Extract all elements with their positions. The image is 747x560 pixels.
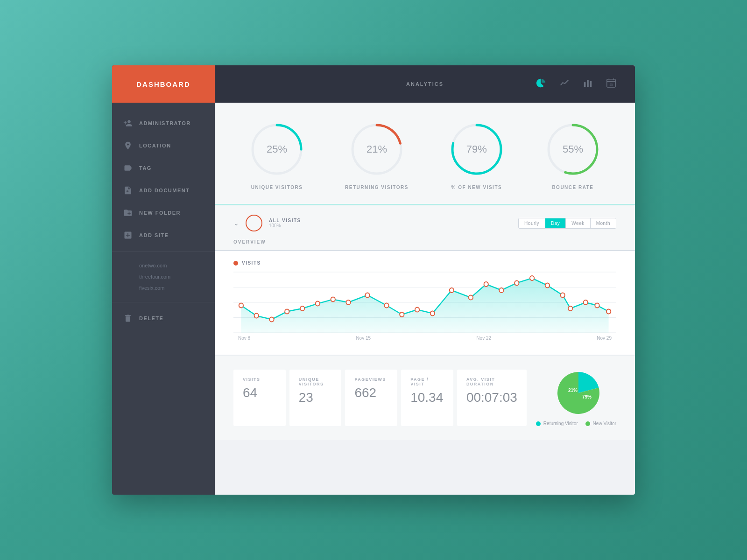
delete-icon xyxy=(123,314,133,323)
time-filter-month[interactable]: Month xyxy=(591,218,616,228)
svg-point-27 xyxy=(331,297,335,302)
svg-rect-1 xyxy=(587,80,589,87)
svg-point-39 xyxy=(530,276,534,280)
metric-card-unique-visitors: 25% UNIQUE VISITORS xyxy=(249,121,305,190)
time-filter-hourly[interactable]: Hourly xyxy=(519,218,545,228)
overview-left: ⌄ ALL VISITS 100% xyxy=(233,215,301,231)
svg-point-36 xyxy=(484,282,488,287)
sidebar-title: DASHBOARD xyxy=(136,80,190,88)
axis-label: Nov 15 xyxy=(356,336,371,341)
metric-title: RETURNING VISITORS xyxy=(345,185,409,190)
overview-header: ⌄ ALL VISITS 100% HourlyDayWeekMonth xyxy=(233,215,616,231)
chart-visits-label: VISITS xyxy=(242,260,261,266)
metric-card-bounce-rate: 55% BOUNCE RATE xyxy=(545,121,601,190)
all-visits-label: ALL VISITS xyxy=(269,218,301,223)
svg-point-30 xyxy=(384,303,388,308)
svg-point-33 xyxy=(430,311,435,315)
svg-point-37 xyxy=(499,288,503,293)
all-visits-circle xyxy=(246,215,262,231)
add-document-icon xyxy=(123,186,133,195)
pie-labels-row: Returning Visitor New Visitor xyxy=(536,421,616,426)
svg-point-43 xyxy=(584,300,588,305)
metric-card-returning-visitors: 21% RETURNING VISITORS xyxy=(345,121,409,190)
pie-chart-icon[interactable] xyxy=(536,78,546,91)
axis-label: Nov 8 xyxy=(238,336,250,341)
stat-label: PAGE / VISIT xyxy=(410,377,444,386)
sidebar-item-tag[interactable]: TAG xyxy=(112,157,215,179)
site-item-fivesix[interactable]: fivesix.com xyxy=(139,282,204,294)
svg-text:79%: 79% xyxy=(582,394,592,399)
sidebar-item-new-folder[interactable]: NEW FOLDER xyxy=(112,202,215,224)
sidebar-item-administrator[interactable]: ADMINISTRATOR xyxy=(112,112,215,134)
svg-point-42 xyxy=(568,306,572,311)
svg-point-35 xyxy=(469,295,473,300)
site-item-threefour[interactable]: threefour.com xyxy=(139,271,204,282)
sidebar-label-tag: TAG xyxy=(139,165,152,171)
stat-card-pageviews: PAGEVIEWS 662 xyxy=(345,370,397,426)
donut-container: 21% xyxy=(349,121,405,177)
all-visits-pct: 100% xyxy=(269,223,301,228)
sidebar-item-add-document[interactable]: ADD DOCUMENT xyxy=(112,179,215,202)
topbar-title: ANALYTICS xyxy=(329,81,521,87)
overview-title: OVERVIEW xyxy=(233,239,266,245)
sidebar: DASHBOARD ADMINISTRATOR LOCATION TAG ADD… xyxy=(112,65,215,495)
overview-info: ALL VISITS 100% xyxy=(269,218,301,228)
pie-chart-container: 21% 79% xyxy=(553,370,599,416)
stat-card-visits: VISITS 64 xyxy=(233,370,286,426)
location-icon xyxy=(123,141,133,150)
svg-point-38 xyxy=(514,280,519,285)
svg-point-45 xyxy=(606,309,611,314)
pie-legend-new: New Visitor xyxy=(585,421,616,426)
pie-legend-area: 21% 79% Returning Visitor New Visitor xyxy=(527,370,616,426)
chart-area xyxy=(233,272,616,333)
content-area: 25% UNIQUE VISITORS 21% RETURNING VISITO… xyxy=(215,103,635,495)
calendar-icon[interactable]: 25 xyxy=(606,78,616,91)
stat-value: 64 xyxy=(243,385,276,400)
sidebar-item-delete[interactable]: DELETE xyxy=(112,307,215,329)
stat-label: AVG. VISIT DURATION xyxy=(466,377,517,386)
donut-container: 25% xyxy=(249,121,305,177)
svg-point-23 xyxy=(269,317,274,322)
time-filter-day[interactable]: Day xyxy=(545,218,566,228)
metrics-section: 25% UNIQUE VISITORS 21% RETURNING VISITO… xyxy=(215,103,635,205)
metric-title: UNIQUE VISITORS xyxy=(251,185,303,190)
stat-value: 662 xyxy=(354,385,388,400)
tag-icon xyxy=(123,163,133,173)
stat-label: PAGEVIEWS xyxy=(354,377,388,382)
sidebar-item-location[interactable]: LOCATION xyxy=(112,134,215,157)
stat-value: 23 xyxy=(299,390,332,405)
time-filters: HourlyDayWeekMonth xyxy=(518,218,616,229)
sidebar-item-add-site[interactable]: ADD SITE xyxy=(112,224,215,246)
sidebar-sites: onetwo.com threefour.com fivesix.com xyxy=(112,256,215,297)
svg-rect-2 xyxy=(590,81,592,87)
main-content: ANALYTICS 25 xyxy=(215,65,635,495)
sidebar-header: DASHBOARD xyxy=(112,65,215,103)
topbar-icons: 25 xyxy=(521,78,616,91)
donut-container: 55% xyxy=(545,121,601,177)
site-item-onetwo[interactable]: onetwo.com xyxy=(139,260,204,271)
svg-point-32 xyxy=(415,308,419,312)
stat-value: 00:07:03 xyxy=(466,390,517,405)
stat-value: 10.34 xyxy=(410,390,444,405)
donut-label: 25% xyxy=(267,143,287,155)
svg-point-40 xyxy=(545,283,550,288)
sidebar-nav: ADMINISTRATOR LOCATION TAG ADD DOCUMENT … xyxy=(112,103,215,495)
svg-point-22 xyxy=(254,314,259,318)
time-filter-week[interactable]: Week xyxy=(566,218,590,228)
returning-dot xyxy=(536,421,541,426)
stat-card-unique-visitors: UNIQUE VISITORS 23 xyxy=(289,370,342,426)
overview-chevron[interactable]: ⌄ xyxy=(233,219,239,227)
stats-section: VISITS 64 UNIQUE VISITORS 23 PAGEVIEWS 6… xyxy=(215,356,635,440)
metric-title: % OF NEW VISITS xyxy=(451,185,502,190)
stat-card-avg.-visit-duration: AVG. VISIT DURATION 00:07:03 xyxy=(457,370,527,426)
svg-point-44 xyxy=(595,303,599,308)
svg-point-31 xyxy=(400,312,404,317)
donut-label: 21% xyxy=(366,143,387,155)
line-chart-icon[interactable] xyxy=(559,78,570,91)
returning-label: Returning Visitor xyxy=(543,421,578,426)
stat-cards-row: VISITS 64 UNIQUE VISITORS 23 PAGEVIEWS 6… xyxy=(233,370,527,426)
new-dot xyxy=(585,421,590,426)
bar-chart-icon[interactable] xyxy=(583,78,593,91)
donut-container: 79% xyxy=(449,121,505,177)
metric-card--of-new-visits: 79% % OF NEW VISITS xyxy=(449,121,505,190)
